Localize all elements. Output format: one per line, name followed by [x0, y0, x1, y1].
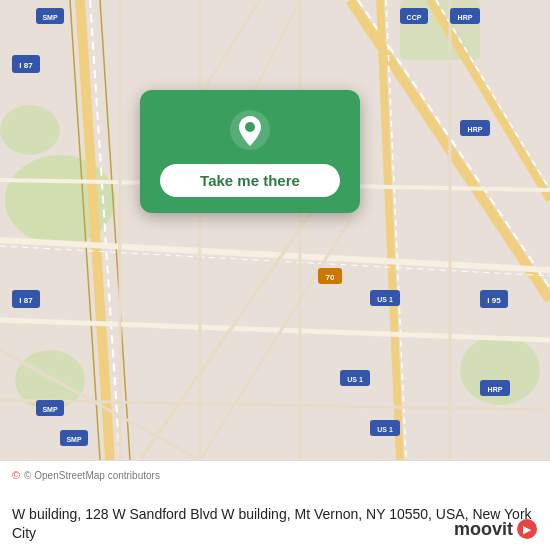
moovit-text: moovit [454, 519, 513, 540]
bottom-bar: © © OpenStreetMap contributors W buildin… [0, 460, 550, 550]
location-pin-icon [228, 108, 272, 152]
attribution: © © OpenStreetMap contributors [12, 469, 538, 481]
svg-text:70: 70 [326, 273, 335, 282]
popup-card: Take me there [140, 90, 360, 213]
take-me-there-button[interactable]: Take me there [160, 164, 340, 197]
svg-text:HRP: HRP [468, 126, 483, 133]
svg-text:SMP: SMP [42, 14, 58, 21]
svg-text:CCP: CCP [407, 14, 422, 21]
main-container: I 87 I 87 [0, 0, 550, 550]
map-svg: I 87 I 87 [0, 0, 550, 460]
attribution-text: © OpenStreetMap contributors [24, 470, 160, 481]
moovit-logo: moovit ▶ [454, 518, 538, 540]
svg-text:I 95: I 95 [487, 296, 501, 305]
moovit-icon: ▶ [516, 518, 538, 540]
svg-text:I 87: I 87 [19, 61, 33, 70]
svg-text:SMP: SMP [42, 406, 58, 413]
svg-text:US 1: US 1 [377, 426, 393, 433]
svg-text:I 87: I 87 [19, 296, 33, 305]
svg-text:▶: ▶ [523, 524, 532, 535]
svg-text:HRP: HRP [488, 386, 503, 393]
map-area: I 87 I 87 [0, 0, 550, 460]
svg-text:US 1: US 1 [347, 376, 363, 383]
svg-text:SMP: SMP [66, 436, 82, 443]
svg-text:US 1: US 1 [377, 296, 393, 303]
svg-point-35 [245, 122, 255, 132]
svg-text:HRP: HRP [458, 14, 473, 21]
osm-logo: © [12, 469, 20, 481]
svg-point-2 [0, 105, 60, 155]
